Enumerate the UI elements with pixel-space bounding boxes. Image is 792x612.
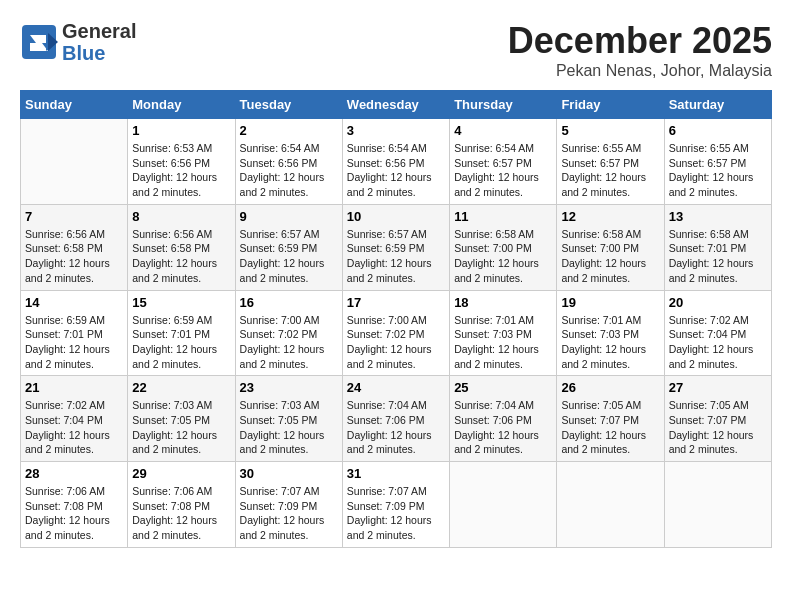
day-number: 19 <box>561 295 659 310</box>
calendar-week-row: 14Sunrise: 6:59 AMSunset: 7:01 PMDayligh… <box>21 290 772 376</box>
daylight-line1: Daylight: 12 hours <box>347 514 432 526</box>
sunset-text: Sunset: 7:06 PM <box>454 414 532 426</box>
day-number: 3 <box>347 123 445 138</box>
sunset-text: Sunset: 7:08 PM <box>132 500 210 512</box>
day-info: Sunrise: 6:58 AMSunset: 7:01 PMDaylight:… <box>669 227 767 286</box>
daylight-line2: and 2 minutes. <box>669 443 738 455</box>
day-info: Sunrise: 6:53 AMSunset: 6:56 PMDaylight:… <box>132 141 230 200</box>
daylight-line2: and 2 minutes. <box>25 272 94 284</box>
weekday-header: Sunday <box>21 91 128 119</box>
calendar-week-row: 28Sunrise: 7:06 AMSunset: 7:08 PMDayligh… <box>21 462 772 548</box>
sunset-text: Sunset: 7:00 PM <box>561 242 639 254</box>
day-number: 13 <box>669 209 767 224</box>
day-number: 29 <box>132 466 230 481</box>
daylight-line1: Daylight: 12 hours <box>240 343 325 355</box>
day-number: 5 <box>561 123 659 138</box>
sunset-text: Sunset: 7:02 PM <box>240 328 318 340</box>
day-info: Sunrise: 7:04 AMSunset: 7:06 PMDaylight:… <box>454 398 552 457</box>
weekday-header: Tuesday <box>235 91 342 119</box>
sunrise-text: Sunrise: 7:07 AM <box>347 485 427 497</box>
day-info: Sunrise: 6:54 AMSunset: 6:57 PMDaylight:… <box>454 141 552 200</box>
sunset-text: Sunset: 6:59 PM <box>240 242 318 254</box>
daylight-line2: and 2 minutes. <box>347 443 416 455</box>
day-info: Sunrise: 6:58 AMSunset: 7:00 PMDaylight:… <box>454 227 552 286</box>
page-header: General Blue December 2025 Pekan Nenas, … <box>20 20 772 80</box>
daylight-line2: and 2 minutes. <box>561 358 630 370</box>
sunrise-text: Sunrise: 7:00 AM <box>240 314 320 326</box>
daylight-line1: Daylight: 12 hours <box>25 429 110 441</box>
calendar-cell: 12Sunrise: 6:58 AMSunset: 7:00 PMDayligh… <box>557 204 664 290</box>
weekday-header: Wednesday <box>342 91 449 119</box>
day-info: Sunrise: 6:55 AMSunset: 6:57 PMDaylight:… <box>561 141 659 200</box>
day-number: 30 <box>240 466 338 481</box>
sunset-text: Sunset: 6:57 PM <box>454 157 532 169</box>
day-number: 28 <box>25 466 123 481</box>
calendar-cell: 26Sunrise: 7:05 AMSunset: 7:07 PMDayligh… <box>557 376 664 462</box>
sunrise-text: Sunrise: 6:57 AM <box>240 228 320 240</box>
daylight-line1: Daylight: 12 hours <box>132 514 217 526</box>
sunset-text: Sunset: 7:04 PM <box>669 328 747 340</box>
calendar-cell: 21Sunrise: 7:02 AMSunset: 7:04 PMDayligh… <box>21 376 128 462</box>
daylight-line1: Daylight: 12 hours <box>25 257 110 269</box>
day-info: Sunrise: 6:54 AMSunset: 6:56 PMDaylight:… <box>347 141 445 200</box>
calendar-cell: 27Sunrise: 7:05 AMSunset: 7:07 PMDayligh… <box>664 376 771 462</box>
calendar-cell: 19Sunrise: 7:01 AMSunset: 7:03 PMDayligh… <box>557 290 664 376</box>
calendar-cell: 28Sunrise: 7:06 AMSunset: 7:08 PMDayligh… <box>21 462 128 548</box>
daylight-line2: and 2 minutes. <box>454 272 523 284</box>
sunset-text: Sunset: 7:04 PM <box>25 414 103 426</box>
daylight-line2: and 2 minutes. <box>240 272 309 284</box>
daylight-line2: and 2 minutes. <box>347 358 416 370</box>
sunrise-text: Sunrise: 7:04 AM <box>347 399 427 411</box>
daylight-line1: Daylight: 12 hours <box>347 429 432 441</box>
calendar-cell: 11Sunrise: 6:58 AMSunset: 7:00 PMDayligh… <box>450 204 557 290</box>
weekday-header: Monday <box>128 91 235 119</box>
calendar-cell: 30Sunrise: 7:07 AMSunset: 7:09 PMDayligh… <box>235 462 342 548</box>
sunset-text: Sunset: 7:02 PM <box>347 328 425 340</box>
daylight-line1: Daylight: 12 hours <box>347 171 432 183</box>
title-section: December 2025 Pekan Nenas, Johor, Malays… <box>508 20 772 80</box>
calendar-cell: 4Sunrise: 6:54 AMSunset: 6:57 PMDaylight… <box>450 119 557 205</box>
daylight-line1: Daylight: 12 hours <box>669 171 754 183</box>
day-number: 25 <box>454 380 552 395</box>
day-info: Sunrise: 7:05 AMSunset: 7:07 PMDaylight:… <box>561 398 659 457</box>
daylight-line2: and 2 minutes. <box>25 358 94 370</box>
calendar-cell: 13Sunrise: 6:58 AMSunset: 7:01 PMDayligh… <box>664 204 771 290</box>
day-number: 9 <box>240 209 338 224</box>
sunrise-text: Sunrise: 7:01 AM <box>561 314 641 326</box>
sunset-text: Sunset: 6:58 PM <box>132 242 210 254</box>
sunset-text: Sunset: 6:57 PM <box>669 157 747 169</box>
sunset-text: Sunset: 7:05 PM <box>240 414 318 426</box>
calendar-cell: 17Sunrise: 7:00 AMSunset: 7:02 PMDayligh… <box>342 290 449 376</box>
sunset-text: Sunset: 7:09 PM <box>240 500 318 512</box>
calendar-cell: 10Sunrise: 6:57 AMSunset: 6:59 PMDayligh… <box>342 204 449 290</box>
daylight-line2: and 2 minutes. <box>25 529 94 541</box>
daylight-line1: Daylight: 12 hours <box>25 343 110 355</box>
day-info: Sunrise: 6:56 AMSunset: 6:58 PMDaylight:… <box>132 227 230 286</box>
daylight-line2: and 2 minutes. <box>561 186 630 198</box>
sunrise-text: Sunrise: 6:58 AM <box>669 228 749 240</box>
daylight-line1: Daylight: 12 hours <box>132 171 217 183</box>
day-number: 15 <box>132 295 230 310</box>
calendar-cell: 16Sunrise: 7:00 AMSunset: 7:02 PMDayligh… <box>235 290 342 376</box>
calendar-table: SundayMondayTuesdayWednesdayThursdayFrid… <box>20 90 772 548</box>
calendar-cell <box>450 462 557 548</box>
day-number: 8 <box>132 209 230 224</box>
sunrise-text: Sunrise: 7:02 AM <box>669 314 749 326</box>
sunrise-text: Sunrise: 6:55 AM <box>669 142 749 154</box>
day-info: Sunrise: 7:06 AMSunset: 7:08 PMDaylight:… <box>25 484 123 543</box>
calendar-cell: 2Sunrise: 6:54 AMSunset: 6:56 PMDaylight… <box>235 119 342 205</box>
sunrise-text: Sunrise: 7:01 AM <box>454 314 534 326</box>
daylight-line2: and 2 minutes. <box>132 443 201 455</box>
day-number: 2 <box>240 123 338 138</box>
day-number: 22 <box>132 380 230 395</box>
daylight-line1: Daylight: 12 hours <box>454 429 539 441</box>
day-info: Sunrise: 7:00 AMSunset: 7:02 PMDaylight:… <box>240 313 338 372</box>
calendar-week-row: 1Sunrise: 6:53 AMSunset: 6:56 PMDaylight… <box>21 119 772 205</box>
sunset-text: Sunset: 7:08 PM <box>25 500 103 512</box>
day-info: Sunrise: 7:01 AMSunset: 7:03 PMDaylight:… <box>561 313 659 372</box>
daylight-line2: and 2 minutes. <box>347 186 416 198</box>
day-number: 1 <box>132 123 230 138</box>
calendar-cell: 29Sunrise: 7:06 AMSunset: 7:08 PMDayligh… <box>128 462 235 548</box>
calendar-cell: 20Sunrise: 7:02 AMSunset: 7:04 PMDayligh… <box>664 290 771 376</box>
daylight-line2: and 2 minutes. <box>454 443 523 455</box>
